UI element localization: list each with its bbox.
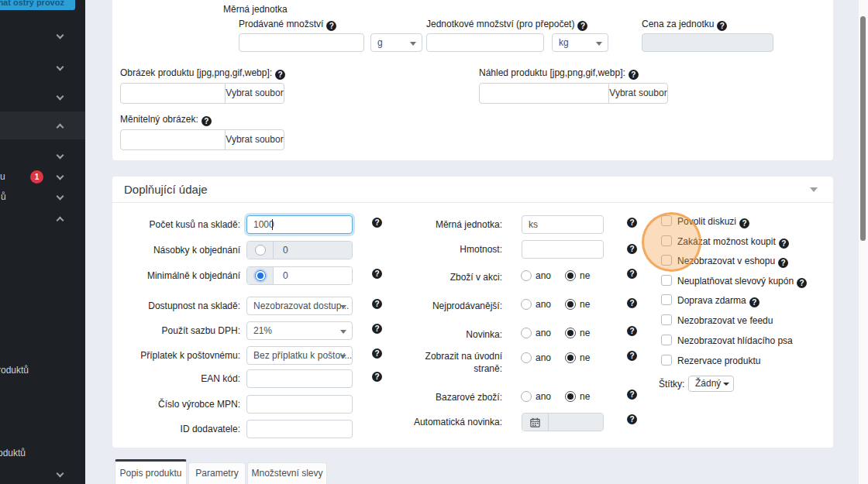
help-icon[interactable]: ? [627, 414, 637, 424]
radio-checked-icon[interactable] [565, 270, 576, 281]
radio-unchecked-icon[interactable] [521, 328, 532, 338]
stock-count-input[interactable] [246, 215, 353, 234]
unit-quantity-unit-select[interactable]: kg [552, 33, 608, 52]
help-icon[interactable]: ? [629, 70, 639, 80]
allow-discussion-checkbox[interactable] [661, 215, 672, 226]
chevron-up-icon[interactable] [57, 217, 64, 225]
help-icon[interactable]: ? [778, 258, 788, 268]
ean-code-input[interactable] [246, 369, 353, 388]
help-icon[interactable]: ? [797, 278, 807, 288]
help-icon[interactable]: ? [779, 239, 789, 249]
chevron-down-icon[interactable] [57, 32, 64, 39]
auto-novelty-date-group[interactable] [522, 413, 604, 431]
help-icon[interactable]: ? [627, 351, 637, 361]
chevron-down-icon[interactable] [57, 193, 64, 201]
secondhand-radio-group[interactable]: anone [521, 391, 590, 402]
sale-item-radio-group[interactable]: anone [521, 270, 590, 281]
hide-in-feed-checkbox[interactable] [661, 314, 672, 325]
mutable-image-file-input[interactable] [120, 129, 226, 150]
sidebar-item-label[interactable]: oduktů [0, 448, 26, 458]
hide-in-eshop-checkbox[interactable] [661, 255, 672, 266]
chevron-down-icon[interactable] [57, 64, 64, 71]
product-image-file-input[interactable] [120, 83, 226, 104]
help-icon[interactable]: ? [627, 244, 637, 254]
tab-quantity-discounts[interactable]: Množstevní slevy [247, 462, 327, 484]
radio-unchecked-icon[interactable] [521, 299, 532, 310]
sold-quantity-unit-select[interactable]: g [370, 33, 422, 52]
free-shipping-checkbox[interactable] [661, 294, 672, 305]
radio-unchecked-icon[interactable] [521, 391, 532, 402]
help-icon[interactable]: ? [372, 269, 382, 279]
help-icon[interactable]: ? [577, 21, 587, 31]
help-icon[interactable]: ? [717, 21, 727, 31]
radio-checked-icon[interactable] [565, 328, 576, 338]
calendar-icon[interactable] [522, 414, 549, 431]
tab-parameters[interactable]: Parametry [188, 462, 246, 484]
help-icon[interactable]: ? [372, 372, 382, 382]
help-icon[interactable]: ? [372, 348, 382, 359]
tab-product-description[interactable]: Popis produktu [115, 459, 187, 484]
supplier-id-input[interactable] [246, 420, 353, 438]
radio-checked-icon[interactable] [565, 299, 576, 310]
radio-checked-icon[interactable] [255, 270, 266, 281]
measure-unit-input[interactable] [522, 215, 604, 234]
order-multiples-group[interactable]: 0 [246, 241, 353, 259]
product-reservation-checkbox[interactable] [661, 355, 672, 366]
hide-watchdog-checkbox[interactable] [661, 335, 672, 345]
radio-unchecked-icon[interactable] [521, 352, 532, 363]
help-icon[interactable]: ? [202, 116, 212, 126]
help-icon[interactable]: ? [627, 326, 637, 336]
help-icon[interactable]: ? [372, 218, 382, 228]
homepage-radio-group[interactable]: anone [521, 352, 590, 363]
help-icon[interactable]: ? [372, 324, 382, 334]
no-discount-coupon-checkbox[interactable] [661, 275, 672, 286]
order-live-mode-button[interactable]: objednat ostrý provoz [0, 0, 75, 10]
collapse-icon[interactable] [810, 187, 818, 192]
sidebar-item-label[interactable]: roduktů [0, 365, 29, 376]
sidebar-item-label[interactable]: u [0, 171, 5, 182]
weight-input[interactable] [522, 240, 604, 259]
help-icon[interactable]: ? [749, 297, 760, 307]
unit-section-card: Měrná jednotka Prodávané množství? g Jed… [112, 0, 833, 160]
vat-rate-select[interactable]: 21% [246, 321, 353, 340]
help-icon[interactable]: ? [627, 218, 637, 228]
order-minimum-value: 0 [274, 267, 352, 284]
product-thumbnail-label: Náhled produktu [jpg,png,gif,webp]:? [479, 67, 639, 80]
product-thumbnail-browse-button[interactable]: Vybrat soubor [608, 83, 668, 104]
radio-unchecked-icon[interactable] [255, 245, 266, 256]
chevron-down-icon[interactable] [57, 470, 64, 478]
sidebar-active-item[interactable] [0, 112, 85, 139]
help-icon[interactable]: ? [627, 390, 637, 400]
help-icon[interactable]: ? [326, 21, 336, 31]
sidebar-item-label[interactable]: ů [1, 191, 6, 202]
tags-dropdown-button[interactable]: Žádný [688, 376, 734, 392]
radio-unchecked-icon[interactable] [521, 270, 532, 281]
unit-quantity-input[interactable] [426, 33, 544, 52]
scrollbar-thumb[interactable] [860, 16, 866, 241]
chevron-down-icon[interactable] [57, 152, 64, 160]
product-thumbnail-file-input[interactable] [479, 83, 609, 104]
stock-availability-select[interactable]: Nezobrazovat dostup... [246, 297, 353, 315]
novelty-radio-group[interactable]: anone [521, 328, 590, 338]
help-icon[interactable]: ? [372, 299, 382, 309]
card-header[interactable]: Doplňující údaje [112, 177, 833, 203]
radio-checked-icon[interactable] [565, 391, 576, 402]
help-icon[interactable]: ? [739, 218, 749, 228]
radio-checked-icon[interactable] [565, 352, 576, 363]
disable-purchase-checkbox[interactable] [661, 235, 672, 246]
sold-quantity-input[interactable] [239, 33, 364, 52]
order-minimum-group[interactable]: 0 [246, 266, 353, 285]
bestseller-radio-group[interactable]: anone [521, 299, 590, 310]
mpn-number-input[interactable] [246, 395, 353, 414]
chevron-down-icon [340, 330, 346, 334]
chevron-down-icon[interactable] [57, 93, 64, 101]
help-icon[interactable]: ? [627, 269, 637, 279]
chevron-down-icon[interactable] [57, 173, 64, 180]
product-edit-page: objednat ostrý provoz u 1 ů roduktů oduk… [0, 0, 868, 484]
field-label: Nejprodávanější: [390, 300, 502, 311]
postage-surcharge-select[interactable]: Bez příplatku k poštov... [246, 346, 353, 365]
help-icon[interactable]: ? [627, 298, 637, 308]
help-icon[interactable]: ? [275, 70, 285, 80]
mutable-image-browse-button[interactable]: Vybrat soubor [225, 129, 284, 150]
product-image-browse-button[interactable]: Vybrat soubor [225, 83, 284, 104]
